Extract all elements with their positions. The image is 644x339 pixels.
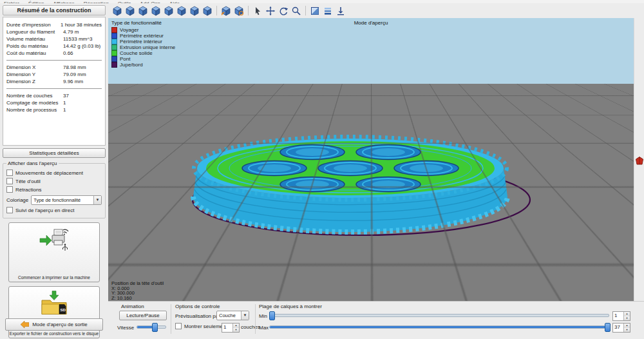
show-only-label: Montrer seulement xyxy=(184,324,227,329)
toolbar-separator xyxy=(216,6,217,15)
cross-section-tool-icon[interactable] xyxy=(309,5,321,17)
spinner-arrows[interactable]: ▲▼ xyxy=(623,312,630,320)
stat-row: Dimension X78.98 mm xyxy=(6,64,102,71)
preview-by-dropdown[interactable]: Couche ▼ xyxy=(216,311,249,320)
toolhead-checkbox[interactable] xyxy=(6,178,13,184)
live-preview-row: Suivi de l'aperçu en direct xyxy=(6,207,102,213)
spinner-arrows[interactable]: ▲▼ xyxy=(232,324,239,332)
toolbar-separator xyxy=(305,6,306,15)
stat-value: 0.66 xyxy=(63,50,102,57)
couches-label: couches xyxy=(241,324,260,330)
retractions-checkbox[interactable] xyxy=(6,186,13,193)
spinner-arrows[interactable]: ▲▼ xyxy=(623,324,630,332)
coloring-label: Coloriage xyxy=(6,197,28,203)
stat-label: Nombre de processus xyxy=(6,106,63,113)
coloring-dropdown[interactable]: Type de fonctionnalité ▼ xyxy=(31,195,102,205)
view-top-icon[interactable] xyxy=(124,5,136,17)
stat-row: Poids du matériau14.42 g (0.03 lb) xyxy=(6,43,102,50)
divider xyxy=(6,88,102,89)
stat-label: Coût du matériau xyxy=(6,50,63,57)
legend-label: Couche solide xyxy=(120,50,153,56)
view-default-icon[interactable] xyxy=(111,5,123,17)
stat-row: Dimension Z9.96 mm xyxy=(6,78,102,85)
svg-text:SD: SD xyxy=(61,308,66,312)
exit-preview-mode-button[interactable]: Mode d'aperçu de sortie xyxy=(5,318,103,331)
legend-label: Périmètre extérieur xyxy=(120,33,164,39)
right-panel-strip xyxy=(634,18,644,301)
stat-row: Comptage de modèles1 xyxy=(6,99,102,106)
color-swatch xyxy=(111,56,117,62)
toolhead-label: Tête d'outil xyxy=(15,179,41,184)
rotate-view-tool-icon[interactable] xyxy=(278,5,289,17)
stat-label: Dimension Z xyxy=(6,78,63,85)
start-print-button[interactable]: Commencer à imprimer sur la machine xyxy=(8,222,100,282)
animation-title: Animation xyxy=(121,304,144,309)
play-pause-button[interactable]: Lecture/Pause xyxy=(119,311,167,320)
view-toolbar xyxy=(108,3,644,18)
live-preview-label: Suivi de l'aperçu en direct xyxy=(15,208,74,213)
travel-moves-label: Mouvements de déplacement xyxy=(15,170,83,176)
reset-view-icon[interactable] xyxy=(220,5,232,17)
pan-tool-icon[interactable] xyxy=(265,5,276,17)
view-left-icon[interactable] xyxy=(176,5,187,17)
stat-label: Nombre de couches xyxy=(6,92,63,99)
view-right-icon[interactable] xyxy=(189,5,200,17)
legend-label: Voyager xyxy=(120,27,138,33)
live-preview-checkbox[interactable] xyxy=(6,207,13,213)
stat-label: Dimension Y xyxy=(6,71,63,78)
zoom-tool-icon[interactable] xyxy=(290,5,302,17)
stat-row: Durée d'impression1 hour 38 minutes xyxy=(6,21,102,28)
max-layer-spinner[interactable]: 37 ▲▼ xyxy=(612,323,630,333)
show-only-spinner[interactable]: 1 ▲▼ xyxy=(222,323,240,333)
stat-value: 9.96 mm xyxy=(63,78,102,85)
view-front-icon[interactable] xyxy=(150,5,162,17)
printer-machine-icon xyxy=(39,227,69,254)
spin-down-icon[interactable]: ▼ xyxy=(233,328,239,333)
legend-item: Périmètre intérieur xyxy=(111,39,175,44)
layer-preview-tool-icon[interactable] xyxy=(322,5,334,17)
color-swatch xyxy=(111,62,117,68)
show-only-checkbox[interactable] xyxy=(175,323,182,329)
stat-row: Volume matériau11533 mm^3 xyxy=(6,35,102,43)
view-bottom-icon[interactable] xyxy=(137,5,149,17)
retractions-row: Rétractions xyxy=(6,186,102,193)
view-isometric-icon[interactable] xyxy=(202,5,213,17)
max-label: Max xyxy=(259,325,269,331)
spin-down-icon[interactable]: ▼ xyxy=(624,316,630,321)
legend-item: Couche solide xyxy=(111,50,175,56)
min-layer-slider[interactable] xyxy=(269,311,609,319)
max-layer-slider[interactable] xyxy=(269,323,609,331)
legend-item: Jupe/bord xyxy=(111,62,175,68)
legend-item: Extrusion unique interne xyxy=(111,44,175,50)
chevron-down-icon: ▼ xyxy=(93,196,101,204)
speed-slider[interactable] xyxy=(137,323,166,331)
divider xyxy=(6,60,102,61)
color-swatch xyxy=(111,39,117,44)
min-layer-spinner[interactable]: 1 ▲▼ xyxy=(612,311,630,321)
preview-by-label: Prévisualisation par xyxy=(175,313,220,319)
stat-value: 37 xyxy=(63,92,102,99)
toolhead-row: Tête d'outil xyxy=(6,178,102,184)
stat-label: Volume matériau xyxy=(6,35,63,43)
select-tool-icon[interactable] xyxy=(252,5,263,17)
stat-value: 11533 mm^3 xyxy=(63,35,102,43)
detailed-stats-button[interactable]: Statistiques détaillées xyxy=(3,148,106,158)
download-toolpaths-icon[interactable] xyxy=(335,5,346,17)
stat-label: Comptage de modèles xyxy=(6,99,63,106)
build-summary-panel: Résumé de la construction Durée d'impres… xyxy=(0,3,109,339)
fit-to-view-icon[interactable] xyxy=(233,5,245,17)
chevron-down-icon: ▼ xyxy=(241,311,249,320)
travel-moves-checkbox[interactable] xyxy=(6,170,13,176)
stat-value: 1 xyxy=(63,106,102,113)
legend-item: Périmètre extérieur xyxy=(111,33,175,39)
viewport-3d[interactable]: Type de fonctionnalité Voyager Périmètre… xyxy=(108,18,634,301)
preview-mode-label: Mode d'aperçu xyxy=(108,20,634,26)
legend-label: Extrusion unique interne xyxy=(120,44,175,50)
stat-row: Dimension Y79.09 mm xyxy=(6,71,102,78)
spin-down-icon[interactable]: ▼ xyxy=(624,328,630,333)
controls-separator xyxy=(255,304,256,334)
view-back-icon[interactable] xyxy=(163,5,175,17)
build-stats-card: Durée d'impression1 hour 38 minutes Long… xyxy=(3,17,106,146)
models-panel-icon[interactable] xyxy=(636,157,643,165)
toolpath-scene xyxy=(108,18,634,301)
